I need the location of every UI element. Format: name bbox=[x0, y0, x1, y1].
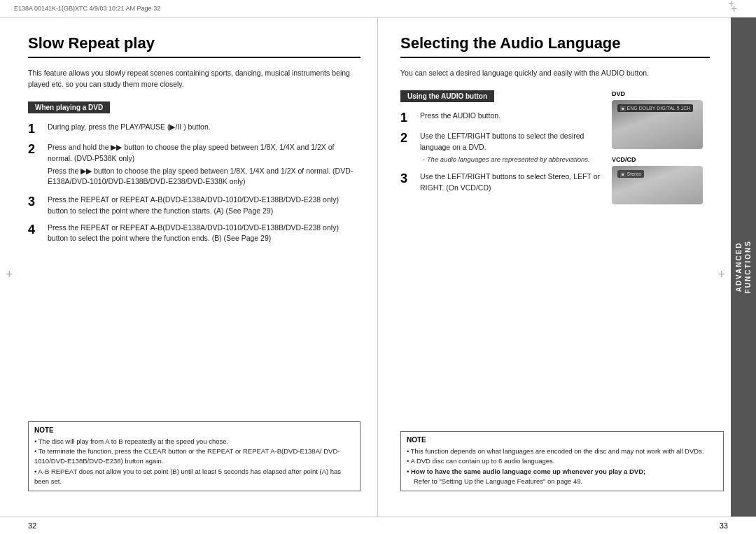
left-section-title: Slow Repeat play bbox=[28, 34, 360, 58]
page-number-right: 33 bbox=[720, 521, 728, 530]
right-step-content-2: Use the LEFT/RIGHT buttons to select the… bbox=[420, 131, 605, 166]
left-step-4: 4 Press the REPEAT or REPEAT A-B(DVD-E13… bbox=[28, 223, 360, 245]
page-container: E138A 00141K-1(GB)XTC 4/9/03 10:21 AM Pa… bbox=[0, 0, 756, 534]
right-step-2: 2 Use the LEFT/RIGHT buttons to select t… bbox=[400, 131, 605, 166]
left-step-2: 2 Press and hold the ▶▶ button to choose… bbox=[28, 142, 360, 189]
right-step-3: 3 Use the LEFT/RIGHT buttons to select S… bbox=[400, 171, 605, 194]
advanced-functions-tab: ADVANCED FUNCTIONS bbox=[731, 17, 756, 517]
right-step-1: 1 Press the AUDIO button. bbox=[400, 111, 605, 126]
left-note-box: NOTE • The disc will play from A to B re… bbox=[28, 421, 360, 491]
header-bar: E138A 00141K-1(GB)XTC 4/9/03 10:21 AM Pa… bbox=[0, 0, 756, 17]
dvd-screen-text: ■ ENG DOLBY DIGITAL 5.1CH bbox=[617, 104, 693, 112]
right-intro-text: You can select a desired language quickl… bbox=[400, 68, 710, 79]
step-number-1: 1 bbox=[28, 122, 43, 137]
advanced-functions-label: ADVANCED FUNCTIONS bbox=[734, 240, 752, 293]
vcd-label: VCD/CD bbox=[612, 156, 710, 163]
vcd-screen: ■ Stereo bbox=[612, 166, 703, 204]
page-number-left: 32 bbox=[28, 521, 36, 530]
crosshair-left: + bbox=[6, 267, 13, 282]
step-number-4: 4 bbox=[28, 223, 43, 245]
right-step-number-1: 1 bbox=[400, 111, 416, 126]
right-step-number-3: 3 bbox=[400, 171, 416, 194]
right-column: ADVANCED FUNCTIONS + Selecting the Audio… bbox=[378, 17, 756, 517]
left-intro-text: This feature allows you slowly repeat sc… bbox=[28, 68, 360, 90]
step-content-4: Press the REPEAT or REPEAT A-B(DVD-E138A… bbox=[48, 223, 360, 245]
right-sub-header: Using the AUDIO button bbox=[400, 90, 494, 102]
right-step-content-3: Use the LEFT/RIGHT buttons to select Ste… bbox=[420, 171, 605, 194]
right-column-inner: Selecting the Audio Language You can sel… bbox=[400, 34, 742, 204]
right-step-number-2: 2 bbox=[400, 131, 416, 166]
right-steps-area: Using the AUDIO button 1 Press the AUDIO… bbox=[400, 90, 605, 204]
header-text: E138A 00141K-1(GB)XTC 4/9/03 10:21 AM Pa… bbox=[14, 5, 160, 12]
step-content-2: Press and hold the ▶▶ button to choose t… bbox=[48, 142, 360, 189]
step-number-3: 3 bbox=[28, 195, 43, 217]
dvd-screen: ■ ENG DOLBY DIGITAL 5.1CH bbox=[612, 100, 703, 149]
right-note-label: NOTE bbox=[407, 436, 718, 444]
right-note-content: • This function depends on what language… bbox=[407, 447, 718, 486]
vcd-screen-text: ■ Stereo bbox=[617, 170, 644, 178]
crosshair-top: + bbox=[731, 3, 742, 14]
left-column: + Slow Repeat play This feature allows y… bbox=[0, 17, 378, 517]
left-note-label: NOTE bbox=[34, 426, 354, 434]
right-content-area: Using the AUDIO button 1 Press the AUDIO… bbox=[400, 90, 710, 204]
left-step-3: 3 Press the REPEAT or REPEAT A-B(DVD-E13… bbox=[28, 195, 360, 217]
left-step-1: 1 During play, press the PLAY/PAUSE (▶/I… bbox=[28, 122, 360, 137]
left-note-content: • The disc will play from A to B repeate… bbox=[34, 437, 354, 486]
right-step-content-1: Press the AUDIO button. bbox=[420, 111, 500, 126]
step-number-2: 2 bbox=[28, 142, 43, 189]
left-sub-header: When playing a DVD bbox=[28, 101, 110, 113]
step-content-1: During play, press the PLAY/PAUSE (▶/II … bbox=[48, 122, 211, 137]
right-section-title: Selecting the Audio Language bbox=[400, 34, 710, 58]
step-content-3: Press the REPEAT or REPEAT A-B(DVD-E138A… bbox=[48, 195, 360, 217]
main-content: + Slow Repeat play This feature allows y… bbox=[0, 17, 756, 517]
right-note-box: NOTE • This function depends on what lan… bbox=[400, 431, 724, 491]
dvd-label: DVD bbox=[612, 90, 710, 97]
footer: 32 33 bbox=[0, 517, 756, 534]
crosshair-right: + bbox=[718, 267, 725, 282]
device-display-area: DVD ■ ENG DOLBY DIGITAL 5.1CH VCD/CD bbox=[612, 90, 710, 204]
